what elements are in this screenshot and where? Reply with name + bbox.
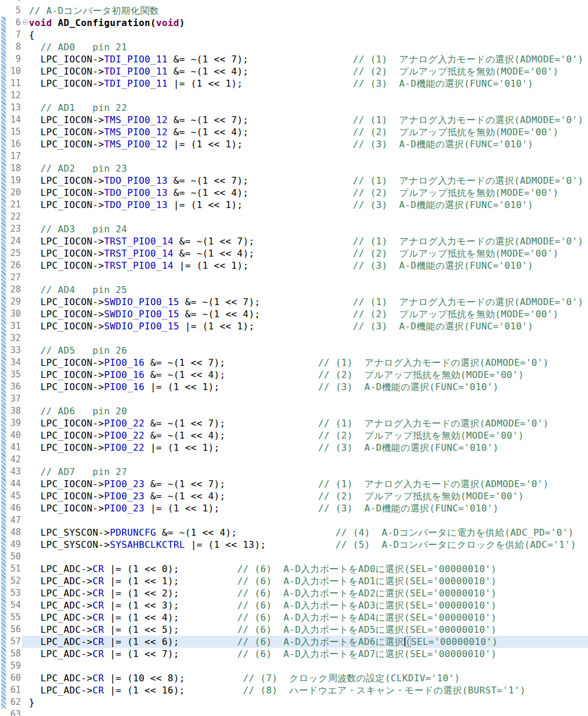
code-text[interactable]: LPC_IOCON->PIO0_23 |= (1 << 1); // (3) A… [29, 502, 588, 514]
code-text[interactable]: // A-Dコンバータ初期化関数 [29, 5, 588, 17]
line-number[interactable]: 40 [7, 429, 22, 442]
line-number[interactable]: 55 [7, 611, 22, 624]
line-number[interactable]: 27 [7, 272, 22, 284]
code-line[interactable]: 44 LPC_IOCON->PIO0_23 &= ~(1 << 7); // (… [0, 478, 588, 490]
line-number[interactable]: 35 [7, 369, 22, 381]
code-text[interactable] [29, 454, 588, 466]
code-text[interactable]: LPC_IOCON->TDO_PIO0_13 &= ~(1 << 4); // … [29, 187, 588, 199]
line-number[interactable]: 42 [7, 454, 22, 466]
code-line[interactable]: 9 LPC_IOCON->TDI_PIO0_11 &= ~(1 << 7); /… [0, 53, 588, 65]
code-line[interactable]: 30 LPC_IOCON->SWDIO_PIO0_15 &= ~(1 << 4)… [0, 308, 588, 320]
code-text[interactable]: // AD6 pin 20 [29, 405, 588, 417]
line-number[interactable]: 26 [7, 259, 22, 272]
code-text[interactable]: LPC_IOCON->TRST_PIO0_14 &= ~(1 << 7); //… [29, 235, 588, 247]
code-text[interactable]: LPC_ADC->CR |= (1 << 7); // (6) A-D入力ポート… [29, 648, 588, 660]
code-line[interactable]: 36 LPC_IOCON->PIO0_16 |= (1 << 1); // (3… [0, 381, 588, 393]
code-line[interactable]: 60 LPC_ADC->CR |= (10 << 8); // (7) クロック… [0, 672, 588, 684]
line-number[interactable]: 11 [7, 77, 22, 90]
code-text[interactable]: } [29, 696, 588, 708]
code-text[interactable] [29, 211, 588, 223]
code-line[interactable]: 32 [0, 332, 588, 344]
code-line[interactable]: 63 [0, 708, 588, 716]
code-text[interactable]: LPC_IOCON->TMS_PIO0_12 |= (1 << 1); // (… [29, 138, 588, 150]
line-number[interactable]: 21 [7, 199, 22, 211]
code-text[interactable]: LPC_IOCON->PIO0_22 &= ~(1 << 4); // (2) … [29, 429, 588, 442]
code-text[interactable]: LPC_ADC->CR |= (1 << 6); // (6) A-D入力ポート… [29, 636, 588, 648]
line-number[interactable]: 17 [7, 150, 22, 162]
code-text[interactable]: LPC_IOCON->TMS_PIO0_12 &= ~(1 << 4); // … [29, 126, 588, 138]
line-number[interactable]: 9 [7, 53, 22, 65]
code-text[interactable]: { [29, 29, 588, 41]
line-number[interactable]: 37 [7, 393, 22, 405]
code-line[interactable]: 13 // AD1 pin 22 [0, 102, 588, 114]
line-number[interactable]: 15 [7, 126, 22, 138]
code-text[interactable]: LPC_SYSCON->PDRUNCFG &= ~(1 << 4); // (4… [29, 526, 588, 539]
line-number[interactable]: 33 [7, 344, 22, 357]
line-number[interactable]: 57 [7, 636, 22, 648]
code-text[interactable]: LPC_IOCON->PIO0_23 &= ~(1 << 7); // (1) … [29, 478, 588, 490]
code-text[interactable] [29, 551, 588, 563]
code-line[interactable]: 23 // AD3 pin 24 [0, 223, 588, 235]
line-number[interactable]: 53 [7, 587, 22, 599]
code-text[interactable]: LPC_IOCON->PIO0_16 &= ~(1 << 4); // (2) … [29, 369, 588, 381]
code-line[interactable]: 55 LPC_ADC->CR |= (1 << 4); // (6) A-D入力… [0, 611, 588, 624]
line-number[interactable]: 46 [7, 502, 22, 514]
code-line[interactable]: 16 LPC_IOCON->TMS_PIO0_12 |= (1 << 1); /… [0, 138, 588, 150]
line-number[interactable]: 6 [7, 17, 22, 29]
code-line[interactable]: 58 LPC_ADC->CR |= (1 << 7); // (6) A-D入力… [0, 648, 588, 660]
code-line[interactable]: 28 // AD4 pin 25 [0, 284, 588, 296]
code-line[interactable]: 46 LPC_IOCON->PIO0_23 |= (1 << 1); // (3… [0, 502, 588, 514]
line-number[interactable]: 58 [7, 648, 22, 660]
line-number[interactable]: 63 [7, 708, 22, 716]
line-number[interactable]: 50 [7, 551, 22, 563]
code-line[interactable]: 61 LPC_ADC->CR |= (1 << 16); // (8) ハードウ… [0, 684, 588, 696]
line-number[interactable]: 47 [7, 514, 22, 526]
code-line[interactable]: 11 LPC_IOCON->TDI_PIO0_11 |= (1 << 1); /… [0, 77, 588, 90]
code-text[interactable]: LPC_IOCON->SWDIO_PIO0_15 &= ~(1 << 7); /… [29, 296, 588, 308]
code-text[interactable]: // AD3 pin 24 [29, 223, 588, 235]
line-number[interactable]: 24 [7, 235, 22, 247]
code-text[interactable]: LPC_IOCON->TDO_PIO0_13 |= (1 << 1); // (… [29, 199, 588, 211]
code-line[interactable]: 42 [0, 454, 588, 466]
code-line[interactable]: 26 LPC_IOCON->TRST_PIO0_14 |= (1 << 1); … [0, 259, 588, 272]
code-line[interactable]: 29 LPC_IOCON->SWDIO_PIO0_15 &= ~(1 << 7)… [0, 296, 588, 308]
code-line[interactable]: 37 [0, 393, 588, 405]
fold-collapse-icon[interactable] [23, 20, 28, 25]
code-line[interactable]: 20 LPC_IOCON->TDO_PIO0_13 &= ~(1 << 4); … [0, 187, 588, 199]
code-text[interactable]: LPC_IOCON->PIO0_22 |= (1 << 1); // (3) A… [29, 442, 588, 454]
line-number[interactable]: 59 [7, 660, 22, 672]
code-line[interactable]: 34 LPC_IOCON->PIO0_16 &= ~(1 << 7); // (… [0, 357, 588, 369]
line-number[interactable]: 34 [7, 357, 22, 369]
code-text[interactable] [29, 660, 588, 672]
line-number[interactable]: 22 [7, 211, 22, 223]
code-line[interactable]: 53 LPC_ADC->CR |= (1 << 2); // (6) A-D入力… [0, 587, 588, 599]
line-number[interactable]: 23 [7, 223, 22, 235]
code-line[interactable]: 52 LPC_ADC->CR |= (1 << 1); // (6) A-D入力… [0, 575, 588, 587]
code-text[interactable]: LPC_IOCON->TDI_PIO0_11 &= ~(1 << 7); // … [29, 53, 588, 65]
code-text[interactable]: LPC_IOCON->TDO_PIO0_13 &= ~(1 << 7); // … [29, 175, 588, 187]
code-line[interactable]: 33 // AD5 pin 26 [0, 344, 588, 357]
code-text[interactable] [29, 514, 588, 526]
code-text[interactable]: LPC_IOCON->PIO0_23 &= ~(1 << 4); // (2) … [29, 490, 588, 502]
line-number[interactable]: 49 [7, 539, 22, 551]
line-number[interactable]: 5 [7, 5, 22, 17]
line-number[interactable]: 54 [7, 599, 22, 611]
line-number[interactable]: 18 [7, 162, 22, 175]
code-line[interactable]: 43 // AD7 pin 27 [0, 466, 588, 478]
code-text[interactable]: LPC_ADC->CR |= (1 << 1); // (6) A-D入力ポート… [29, 575, 588, 587]
line-number[interactable]: 39 [7, 417, 22, 429]
code-line[interactable]: 7{ [0, 29, 588, 41]
code-text[interactable] [29, 0, 588, 5]
line-number[interactable]: 45 [7, 490, 22, 502]
code-line[interactable]: 59 [0, 660, 588, 672]
code-text[interactable]: LPC_IOCON->SWDIO_PIO0_15 |= (1 << 1); //… [29, 320, 588, 332]
line-number[interactable]: 20 [7, 187, 22, 199]
line-number[interactable]: 38 [7, 405, 22, 417]
line-number[interactable]: 30 [7, 308, 22, 320]
code-text[interactable] [29, 708, 588, 716]
code-line[interactable]: 18 // AD2 pin 23 [0, 162, 588, 175]
line-number[interactable]: 48 [7, 526, 22, 539]
code-text[interactable]: LPC_ADC->CR |= (1 << 0); // (6) A-D入力ポート… [29, 563, 588, 575]
code-line[interactable]: 21 LPC_IOCON->TDO_PIO0_13 |= (1 << 1); /… [0, 199, 588, 211]
line-number[interactable]: 52 [7, 575, 22, 587]
